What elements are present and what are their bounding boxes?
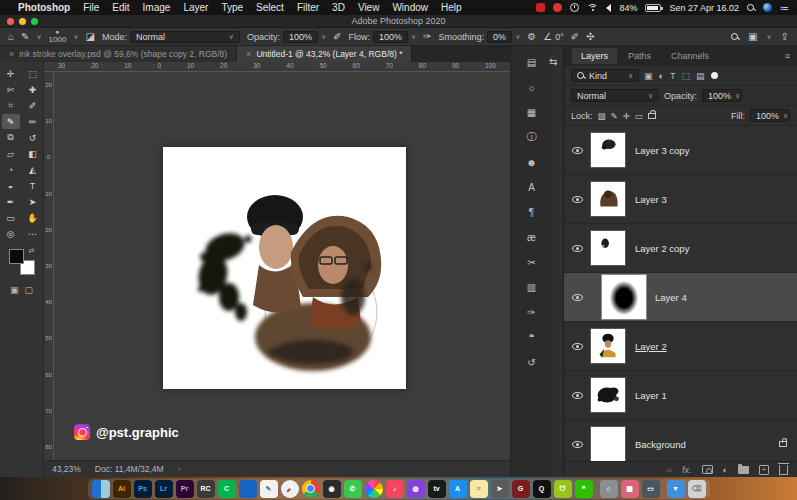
layer-name[interactable]: Layer 3 [635, 194, 667, 205]
layer-opacity-field[interactable]: 100%∨ [702, 89, 742, 102]
app-menus-item[interactable]: Select [256, 2, 284, 13]
dock-premiere[interactable]: Pr [176, 480, 194, 498]
comments-panel-icon[interactable]: ❝ [522, 329, 542, 345]
app-menus-item[interactable]: Window [392, 2, 428, 13]
dock-wechat[interactable]: ❝ [575, 480, 593, 498]
app-menus-item[interactable]: Type [221, 2, 243, 13]
chevron-down-icon[interactable]: ∨ [515, 33, 520, 41]
layer-row-selected[interactable]: Layer 4 [564, 273, 797, 322]
delete-layer-icon[interactable] [779, 465, 788, 475]
glyphs-panel-icon[interactable]: æ [522, 229, 542, 245]
record-icon[interactable] [553, 3, 562, 12]
layer-name[interactable]: Layer 4 [655, 292, 687, 303]
opacity-field[interactable]: 100% [283, 31, 318, 43]
dock-textedit[interactable]: ✎ [260, 480, 278, 498]
app-menus-item[interactable]: Edit [112, 2, 129, 13]
visibility-eye-icon[interactable] [572, 196, 583, 203]
clone-stamp-tool-icon[interactable]: ⧉ [2, 130, 20, 145]
layer-name[interactable]: Layer 1 [635, 390, 667, 401]
app-menus-item[interactable]: Image [143, 2, 171, 13]
screen-mode-buttons-item[interactable]: ▣ [10, 285, 19, 295]
mode-select[interactable]: Normal∨ [130, 31, 240, 43]
app-menus-item[interactable]: View [358, 2, 380, 13]
airbrush-icon[interactable]: ✑ [423, 31, 431, 42]
swap-colors-icon[interactable]: ⇄ [29, 247, 35, 255]
layer-thumbnail[interactable] [590, 181, 626, 217]
hand-tool-icon[interactable]: ✋ [24, 210, 42, 225]
pencil-tool-icon[interactable]: ✏ [24, 114, 42, 129]
dock-recorder[interactable]: RC [197, 480, 215, 498]
brush-size-preview[interactable]: ●1000 [49, 29, 67, 44]
dock-wheel[interactable]: ◉ [323, 480, 341, 498]
color-panel-icon[interactable]: ▤ [522, 54, 542, 70]
layer-thumbnail[interactable] [590, 426, 626, 461]
dock-downloads[interactable]: ▼ [667, 480, 685, 498]
collapse-panels-icon[interactable]: ⇆ [549, 56, 557, 67]
dock-notes[interactable]: ≡ [470, 480, 488, 498]
menu-clock[interactable]: Sen 27 Apr 16.02 [669, 3, 739, 13]
layer-name[interactable]: Background [635, 439, 686, 450]
pressure-opacity-icon[interactable]: ✐ [333, 31, 341, 42]
lock-option-icons-item[interactable]: ▨ [598, 111, 606, 121]
flow-field[interactable]: 100% [373, 31, 408, 43]
chevron-down-icon[interactable]: ∨ [321, 33, 326, 41]
brush-panel-toggle-icon[interactable]: ◪ [85, 31, 94, 42]
layer-row[interactable]: Layer 1 [564, 371, 797, 420]
new-layer-icon[interactable]: + [759, 465, 769, 475]
adjustments-panel-icon[interactable]: ▦ [522, 104, 542, 120]
layer-name[interactable]: Layer 2 copy [635, 243, 689, 254]
layer-name[interactable]: Layer 3 copy [635, 145, 689, 156]
chevron-down-icon[interactable]: ∨ [36, 33, 41, 41]
dodge-tool-icon[interactable]: ◒ [2, 178, 20, 193]
layer-row[interactable]: Layer 3 [564, 175, 797, 224]
visibility-eye-icon[interactable] [572, 441, 583, 448]
filter-type-icons-item[interactable]: ▤ [696, 71, 705, 81]
dock-sep[interactable] [663, 481, 664, 497]
zoom-level[interactable]: 43,23% [52, 464, 81, 474]
dock-illustrator[interactable]: Ai [113, 480, 131, 498]
dock-podcasts[interactable]: ◍ [407, 480, 425, 498]
crop-tool-icon[interactable]: ⌗ [2, 98, 20, 113]
dock-folder-pink[interactable]: ▦ [621, 480, 639, 498]
visibility-eye-icon[interactable] [572, 245, 583, 252]
app-menus-item[interactable]: Filter [297, 2, 319, 13]
filter-type-icons-item[interactable]: ▣ [644, 71, 653, 81]
status-chevron-icon[interactable]: › [178, 464, 181, 474]
healing-brush-tool-icon[interactable]: ✚ [24, 82, 42, 97]
layer-row[interactable]: Background [564, 420, 797, 461]
siri-icon[interactable] [763, 3, 772, 12]
adjustment-layer-icon[interactable]: ◐ [723, 465, 728, 475]
eraser-tool-icon[interactable]: ▱ [2, 146, 20, 161]
canvas-area[interactable]: @pst.graphic [54, 72, 510, 460]
lock-option-icons-item[interactable]: ✎ [611, 111, 618, 121]
learn-panel-icon[interactable]: ☼ [522, 79, 542, 95]
visibility-eye-icon[interactable] [572, 294, 583, 301]
path-select-tool-icon[interactable]: ➤ [24, 194, 42, 209]
spotlight-icon[interactable] [747, 4, 755, 12]
battery-icon[interactable] [645, 4, 661, 12]
brush-preset-icon[interactable]: ✎ [21, 31, 29, 42]
filter-type-icons-item[interactable]: ⬚ [681, 71, 690, 81]
share-icon[interactable]: ⇪ [781, 31, 789, 42]
dock-game[interactable]: G [512, 480, 530, 498]
layer-thumbnail[interactable] [590, 328, 626, 364]
libraries-panel-icon[interactable]: ☻ [522, 154, 542, 170]
foreground-color-swatch[interactable] [9, 249, 24, 264]
app-menus-item[interactable]: Photoshop [18, 2, 70, 13]
pressure-size-icon[interactable]: ✐ [571, 31, 579, 42]
smoothing-gear-icon[interactable]: ⚙ [527, 31, 536, 42]
zoom-tool-icon[interactable]: ◎ [2, 226, 20, 241]
brush-angle-icon[interactable]: ∠ [543, 31, 552, 42]
dock-lightroom[interactable]: Lr [155, 480, 173, 498]
link-layers-icon[interactable]: ∞ [666, 465, 672, 475]
dock-rocket[interactable]: ➤ [491, 480, 509, 498]
new-group-icon[interactable] [738, 466, 749, 474]
filter-type-icons-item[interactable]: ◐ [659, 71, 664, 81]
lock-all-icon[interactable] [648, 113, 656, 119]
dock-display[interactable]: ▭ [642, 480, 660, 498]
status-app-icon[interactable] [536, 3, 545, 12]
dock-photoshop[interactable]: Ps [134, 480, 152, 498]
wifi-icon[interactable] [587, 4, 598, 12]
app-menus-item[interactable]: Layer [183, 2, 208, 13]
layer-name[interactable]: Layer 2 [635, 341, 667, 352]
